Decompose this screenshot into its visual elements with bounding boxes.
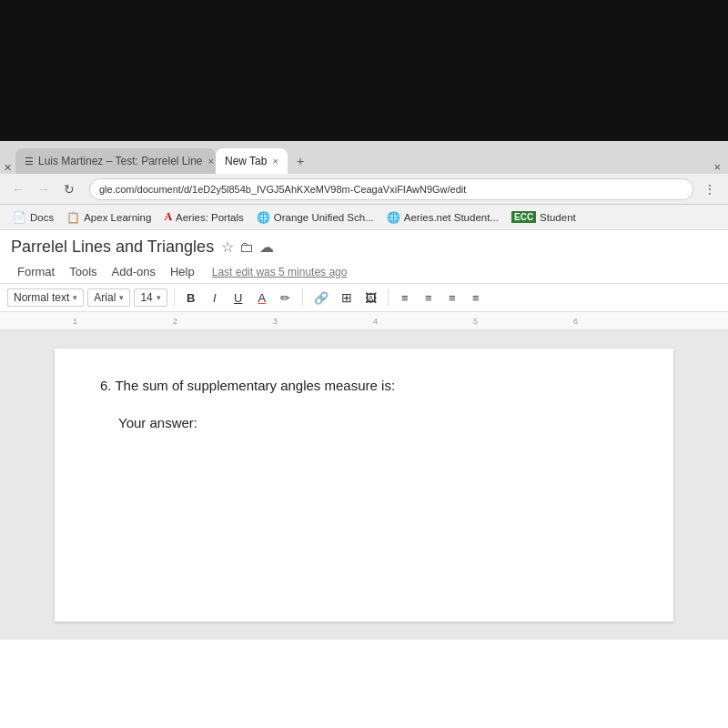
underline-button[interactable]: U <box>228 288 248 308</box>
tab-new-tab[interactable]: New Tab × <box>216 148 288 174</box>
font-select[interactable]: Arial ▾ <box>87 288 130 307</box>
dark-overlay-top <box>0 0 728 141</box>
doc-question: 6. The sum of supplementary angles measu… <box>100 376 628 397</box>
bookmark-aeries[interactable]: A Aeries: Portals <box>158 208 248 226</box>
ruler: 1 2 3 4 5 6 <box>0 312 728 330</box>
size-label: 14 <box>140 291 152 304</box>
nav-controls: ← → ↻ <box>7 178 80 200</box>
align-justify-button[interactable]: ≡ <box>466 288 486 308</box>
new-tab-icon: + <box>297 154 304 168</box>
bookmark-orange-label: Orange Unified Sch... <box>274 212 374 223</box>
doc-answer-label: Your answer: <box>118 413 628 434</box>
align-right-icon: ≡ <box>449 291 456 305</box>
bookmark-aeries-student-label: Aeries.net Student... <box>404 212 499 223</box>
align-left-icon: ≡ <box>401 291 409 305</box>
bold-button[interactable]: B <box>181 288 201 308</box>
more-button[interactable]: ⋮ <box>699 178 721 200</box>
bookmarks-bar: 📄 Docs 📋 Apex Learning A Aeries: Portals… <box>0 205 728 230</box>
address-bar-row: ← → ↻ gle.com/document/d/1eD2y5l854b_IVG… <box>0 174 728 205</box>
align-left-button[interactable]: ≡ <box>395 288 415 308</box>
forward-icon: → <box>37 182 50 197</box>
style-select[interactable]: Normal text ▾ <box>7 288 84 307</box>
highlight-icon: ✏ <box>280 291 290 305</box>
font-dropdown-icon: ▾ <box>119 293 124 302</box>
highlight-button[interactable]: ✏ <box>276 288 296 308</box>
link-icon: 🔗 <box>314 291 329 305</box>
tab2-label: New Tab <box>225 155 267 167</box>
tab-bar: ✕ ☰ Luis Martinez – Test: Parrelel Line … <box>0 141 728 174</box>
docs-menu-bar: Format Tools Add-ons Help Last edit was … <box>0 260 728 283</box>
image-button[interactable]: 🖼 <box>360 288 381 308</box>
back-icon: ← <box>12 182 25 197</box>
address-bar[interactable]: gle.com/document/d/1eD2y5l854b_IVGJ5AhKX… <box>89 178 693 200</box>
tab-luis-martinez[interactable]: ☰ Luis Martinez – Test: Parrelel Line × <box>15 148 216 174</box>
tab1-label: Luis Martinez – Test: Parrelel Line <box>38 155 203 167</box>
align-center-icon: ≡ <box>425 291 432 305</box>
forward-button[interactable]: → <box>33 178 55 200</box>
bookmark-docs[interactable]: 📄 Docs <box>7 209 59 226</box>
bookmark-orange[interactable]: 🌐 Orange Unified Sch... <box>251 209 379 226</box>
doc-content: 6. The sum of supplementary angles measu… <box>0 330 728 640</box>
comment-icon: ⊞ <box>341 290 352 305</box>
image-icon: 🖼 <box>365 291 377 305</box>
font-label: Arial <box>94 291 116 304</box>
bookmark-apex-icon: 📋 <box>66 211 80 224</box>
align-center-button[interactable]: ≡ <box>419 288 439 308</box>
docs-area: Parrelel Lines and Triangles ☆ 🗀 ☁ Forma… <box>0 230 728 640</box>
reload-icon: ↻ <box>64 182 75 197</box>
close-x-icon: ✕ <box>4 162 12 174</box>
bookmark-apex[interactable]: 📋 Apex Learning <box>61 209 157 226</box>
toolbar-sep-1 <box>174 288 175 307</box>
menu-addons[interactable]: Add-ons <box>106 262 162 281</box>
font-color-label: A <box>258 291 266 305</box>
menu-help[interactable]: Help <box>164 262 201 281</box>
comment-button[interactable]: ⊞ <box>337 288 357 308</box>
bookmark-aeries-student-icon: 🌐 <box>387 211 400 224</box>
italic-label: I <box>213 291 217 305</box>
bookmark-apex-label: Apex Learning <box>84 212 151 223</box>
style-dropdown-icon: ▾ <box>73 293 77 302</box>
bookmark-aeries-label: Aeries: Portals <box>176 212 244 223</box>
reload-button[interactable]: ↻ <box>58 178 80 200</box>
bookmark-student[interactable]: ECC Student <box>506 209 581 225</box>
bookmark-docs-label: Docs <box>30 212 54 223</box>
docs-toolbar: Normal text ▾ Arial ▾ 14 ▾ B <box>0 283 728 312</box>
tab2-close-icon[interactable]: × <box>272 156 278 167</box>
doc-page: 6. The sum of supplementary angles measu… <box>55 349 673 622</box>
size-select[interactable]: 14 ▾ <box>134 288 167 307</box>
more-icon: ⋮ <box>703 182 716 197</box>
bookmark-aeries-student[interactable]: 🌐 Aeries.net Student... <box>381 209 504 226</box>
font-color-button[interactable]: A <box>252 288 272 308</box>
address-text: gle.com/document/d/1eD2y5l854b_IVGJ5AhKX… <box>99 184 466 195</box>
bookmark-aeries-icon: A <box>164 210 172 224</box>
link-button[interactable]: 🔗 <box>309 288 333 308</box>
star-icon[interactable]: ☆ <box>221 238 234 256</box>
cloud-icon[interactable]: ☁ <box>259 238 274 256</box>
bookmark-docs-icon: 📄 <box>13 211 26 224</box>
toolbar-sep-2 <box>302 288 303 307</box>
docs-title-icons: ☆ 🗀 ☁ <box>221 238 274 256</box>
bookmark-student-icon: ECC <box>511 211 536 223</box>
tab1-icon: ☰ <box>25 156 34 167</box>
style-label: Normal text <box>14 291 69 304</box>
align-right-button[interactable]: ≡ <box>442 288 462 308</box>
underline-label: U <box>234 291 242 305</box>
align-justify-icon: ≡ <box>472 291 480 305</box>
menu-format[interactable]: Format <box>11 262 61 281</box>
size-dropdown-icon: ▾ <box>157 293 161 302</box>
bold-label: B <box>187 291 195 305</box>
new-tab-button[interactable]: + <box>288 148 313 174</box>
docs-title-bar: Parrelel Lines and Triangles ☆ 🗀 ☁ <box>0 230 728 260</box>
doc-title: Parrelel Lines and Triangles <box>11 238 214 257</box>
menu-tools[interactable]: Tools <box>63 262 103 281</box>
tab-bar-right: × <box>713 160 728 174</box>
back-button[interactable]: ← <box>7 178 29 200</box>
tab1-close-icon[interactable]: × <box>208 156 214 167</box>
folder-icon[interactable]: 🗀 <box>239 239 254 256</box>
toolbar-sep-3 <box>388 288 389 307</box>
bookmark-orange-icon: 🌐 <box>257 211 270 224</box>
window-close-icon[interactable]: × <box>713 160 721 174</box>
italic-button[interactable]: I <box>205 288 225 308</box>
bookmark-student-label: Student <box>540 212 576 223</box>
browser-window: ✕ ☰ Luis Martinez – Test: Parrelel Line … <box>0 141 728 728</box>
